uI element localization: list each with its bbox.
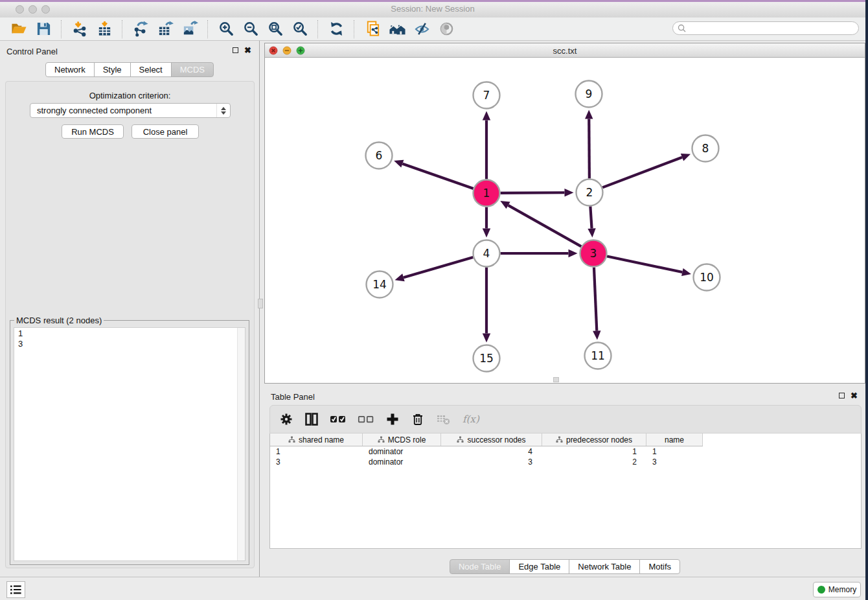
cell-successor-nodes[interactable]: 4 xyxy=(441,447,542,456)
toolbar-separator xyxy=(122,20,123,38)
import-network-icon[interactable] xyxy=(70,20,89,38)
apply-layout-icon[interactable] xyxy=(326,20,346,38)
result-scrollbar[interactable] xyxy=(237,328,245,560)
first-neighbors-icon[interactable] xyxy=(387,20,407,38)
table-row[interactable]: 1dominator411 xyxy=(270,446,861,457)
tab-node-table[interactable]: Node Table xyxy=(450,559,510,574)
mcds-result-box[interactable]: 13 xyxy=(14,327,246,561)
export-image-icon[interactable] xyxy=(180,20,200,38)
graph-node-15[interactable]: 15 xyxy=(474,345,500,372)
graph-node-11[interactable]: 11 xyxy=(585,343,611,369)
cell-successor-nodes[interactable]: 3 xyxy=(441,457,542,467)
column-header-MCDS-role[interactable]: MCDS role xyxy=(363,433,441,446)
graph-edge-3-10[interactable] xyxy=(607,256,691,276)
memory-status-icon xyxy=(817,586,825,594)
tab-network[interactable]: Network xyxy=(45,62,95,77)
export-network-icon[interactable] xyxy=(131,20,150,38)
deselect-all-rows-icon[interactable] xyxy=(358,411,374,428)
graph-edge-3-1[interactable] xyxy=(500,201,581,246)
graph-edge-2-3[interactable] xyxy=(588,206,595,237)
zoom-in-icon[interactable] xyxy=(216,20,236,38)
network-title: scc.txt xyxy=(265,46,865,56)
tab-motifs[interactable]: Motifs xyxy=(639,559,680,574)
cell-shared-name[interactable]: 1 xyxy=(270,447,363,456)
criterion-dropdown[interactable]: strongly connected component xyxy=(30,103,231,118)
zoom-out-icon[interactable] xyxy=(241,20,260,38)
table-settings-icon[interactable] xyxy=(279,411,293,428)
graph-node-7[interactable]: 7 xyxy=(474,82,500,109)
graph-edge-4-3[interactable] xyxy=(501,249,578,257)
close-panel-icon[interactable]: ✖ xyxy=(244,47,251,54)
svg-text:f(x): f(x) xyxy=(463,413,480,425)
add-column-icon[interactable] xyxy=(385,411,400,428)
network-window-titlebar[interactable]: scc.txt xyxy=(265,43,865,58)
vertical-splitter-handle[interactable] xyxy=(258,299,263,308)
delete-column-icon[interactable] xyxy=(411,411,425,428)
cell-shared-name[interactable]: 3 xyxy=(270,457,363,467)
graph-node-6[interactable]: 6 xyxy=(366,143,393,169)
column-header-shared-name[interactable]: shared name xyxy=(270,433,363,446)
export-table-icon[interactable] xyxy=(155,20,175,38)
cell-predecessor-nodes[interactable]: 1 xyxy=(542,447,646,456)
graph-node-4[interactable]: 4 xyxy=(474,240,500,267)
list-icon xyxy=(10,584,23,595)
horizontal-splitter-handle[interactable] xyxy=(553,377,559,382)
control-panel-tabs: NetworkStyleSelectMCDS xyxy=(45,62,214,77)
graph-node-8[interactable]: 8 xyxy=(692,135,719,162)
memory-label: Memory xyxy=(828,585,856,594)
search-box xyxy=(672,21,859,35)
tab-style[interactable]: Style xyxy=(94,62,131,77)
graph-node-14[interactable]: 14 xyxy=(367,271,393,298)
graph-edge-4-15[interactable] xyxy=(483,268,490,343)
zoom-fit-icon[interactable] xyxy=(266,20,285,38)
graph-node-2[interactable]: 2 xyxy=(577,179,603,206)
graph-edge-1-6[interactable] xyxy=(394,160,474,189)
graph-edge-4-14[interactable] xyxy=(395,257,474,281)
close-table-panel-icon[interactable]: ✖ xyxy=(851,392,858,399)
column-visibility-icon[interactable] xyxy=(304,411,319,428)
run-mcds-button[interactable]: Run MCDS xyxy=(62,124,124,139)
svg-text:11: 11 xyxy=(591,349,605,362)
zoom-selected-icon[interactable] xyxy=(290,20,310,38)
tab-edge-table[interactable]: Edge Table xyxy=(509,559,569,574)
graph-node-10[interactable]: 10 xyxy=(694,264,720,291)
graph-edge-1-7[interactable] xyxy=(483,111,490,179)
select-all-rows-icon[interactable] xyxy=(330,411,347,428)
network-from-selection-icon[interactable] xyxy=(363,20,382,38)
column-header-successor-nodes[interactable]: successor nodes xyxy=(441,433,542,446)
graph-node-1[interactable]: 1 xyxy=(474,180,500,207)
cell-MCDS-role[interactable]: dominator xyxy=(363,457,441,467)
memory-button[interactable]: Memory xyxy=(813,582,861,597)
search-input[interactable] xyxy=(686,23,858,34)
graph-edge-2-9[interactable] xyxy=(585,110,593,178)
tab-network-table[interactable]: Network Table xyxy=(569,559,640,574)
svg-text:9: 9 xyxy=(586,87,593,100)
table-row[interactable]: 3dominator323 xyxy=(270,457,861,467)
graph-edge-3-11[interactable] xyxy=(593,267,600,340)
close-panel-button[interactable]: Close panel xyxy=(131,124,199,139)
cell-name[interactable]: 1 xyxy=(646,447,703,456)
column-header-predecessor-nodes[interactable]: predecessor nodes xyxy=(542,433,646,446)
column-header-name[interactable]: name xyxy=(646,433,703,446)
graph-node-9[interactable]: 9 xyxy=(576,81,602,108)
network-canvas[interactable]: 7968124314101511 xyxy=(265,58,865,383)
graph-edge-1-2[interactable] xyxy=(500,189,573,196)
float-panel-icon[interactable] xyxy=(233,47,238,53)
tab-mcds[interactable]: MCDS xyxy=(171,62,214,77)
function-builder-icon: f(x) xyxy=(461,411,483,428)
network-view-window: scc.txt 7968124314101511 xyxy=(264,43,865,384)
hide-graphics-details-icon[interactable] xyxy=(412,20,431,38)
import-table-icon[interactable] xyxy=(95,20,114,38)
graph-edge-1-4[interactable] xyxy=(483,207,490,238)
cell-predecessor-nodes[interactable]: 2 xyxy=(542,457,646,467)
show-graphics-details-icon xyxy=(437,20,456,38)
graph-edge-2-8[interactable] xyxy=(602,154,691,187)
tab-select[interactable]: Select xyxy=(130,62,172,77)
graph-node-3[interactable]: 3 xyxy=(580,240,607,267)
cell-MCDS-role[interactable]: dominator xyxy=(363,447,441,456)
open-session-icon[interactable] xyxy=(9,20,29,38)
cell-name[interactable]: 3 xyxy=(646,457,703,467)
task-history-button[interactable] xyxy=(6,581,25,598)
float-table-panel-icon[interactable] xyxy=(839,393,845,398)
save-session-icon[interactable] xyxy=(34,20,53,38)
